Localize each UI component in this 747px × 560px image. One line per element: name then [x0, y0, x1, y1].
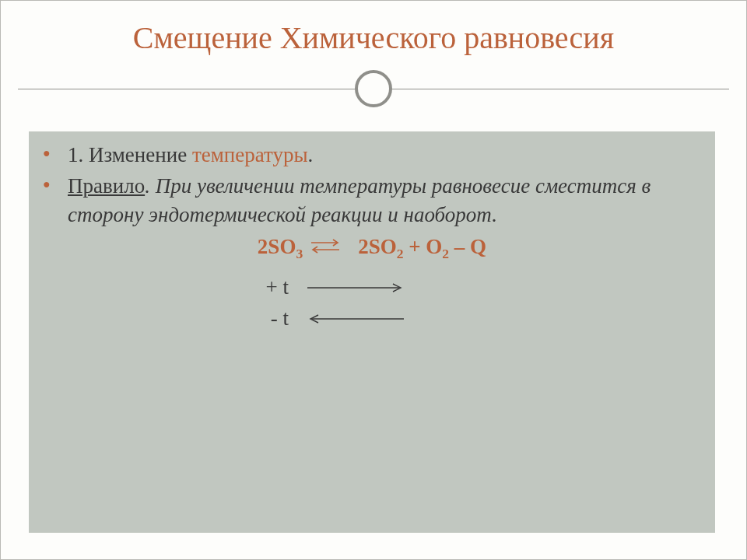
- bullet-list: 1. Изменение температуры. Правило. При у…: [29, 131, 715, 229]
- b1-highlight: температуры: [192, 143, 308, 166]
- arrow-right-icon: [306, 282, 407, 294]
- bullet-item-1: 1. Изменение температуры.: [60, 141, 696, 169]
- b1-prefix: 1. Изменение: [68, 143, 192, 166]
- eq-tail: – Q: [449, 235, 486, 258]
- content-panel: 1. Изменение температуры. Правило. При у…: [29, 131, 715, 533]
- arrow-left-icon: [306, 313, 407, 325]
- equation: 2SO3 2SO2 + O2 – Q: [29, 235, 715, 262]
- divider-circle-icon: [355, 70, 392, 107]
- slide: Смещение Химического равновесия 1. Измен…: [0, 0, 747, 560]
- eq-plus: + O: [403, 235, 442, 258]
- temperature-effects: + t - t: [29, 272, 715, 334]
- temp-minus-label: - t: [254, 306, 289, 331]
- temp-minus-row: - t: [29, 303, 715, 334]
- b1-suffix: .: [308, 143, 314, 166]
- eq-rhs-b-sub: 2: [442, 247, 449, 262]
- temp-plus-row: + t: [29, 272, 715, 303]
- eq-lhs-sub: 3: [296, 247, 303, 262]
- rule-text: . При увеличении температуры равновесие …: [68, 174, 651, 226]
- eq-rhs-a: 2SO: [358, 235, 397, 258]
- eq-lhs: 2SO: [258, 235, 296, 258]
- temp-plus-label: + t: [254, 275, 289, 299]
- slide-title: Смещение Химического равновесия: [1, 1, 746, 56]
- rule-label: Правило: [68, 174, 145, 198]
- bullet-item-2: Правило. При увеличении температуры равн…: [60, 172, 696, 229]
- equilibrium-arrows-icon: [308, 236, 342, 255]
- divider: [1, 65, 746, 112]
